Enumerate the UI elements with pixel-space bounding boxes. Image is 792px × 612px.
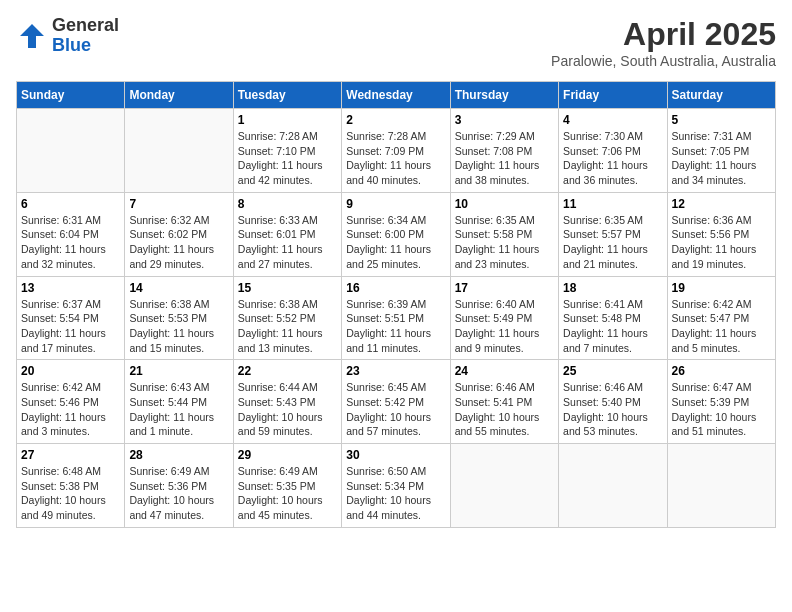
day-number: 7 bbox=[129, 197, 228, 211]
day-header-saturday: Saturday bbox=[667, 82, 775, 109]
day-number: 16 bbox=[346, 281, 445, 295]
day-info: Sunrise: 6:37 AMSunset: 5:54 PMDaylight:… bbox=[21, 297, 120, 356]
day-info: Sunrise: 7:28 AMSunset: 7:09 PMDaylight:… bbox=[346, 129, 445, 188]
calendar-week-row: 13Sunrise: 6:37 AMSunset: 5:54 PMDayligh… bbox=[17, 276, 776, 360]
day-number: 5 bbox=[672, 113, 771, 127]
day-info: Sunrise: 6:42 AMSunset: 5:47 PMDaylight:… bbox=[672, 297, 771, 356]
day-header-wednesday: Wednesday bbox=[342, 82, 450, 109]
calendar-cell: 15Sunrise: 6:38 AMSunset: 5:52 PMDayligh… bbox=[233, 276, 341, 360]
day-number: 9 bbox=[346, 197, 445, 211]
title-block: April 2025 Paralowie, South Australia, A… bbox=[551, 16, 776, 69]
calendar-cell: 5Sunrise: 7:31 AMSunset: 7:05 PMDaylight… bbox=[667, 109, 775, 193]
day-number: 17 bbox=[455, 281, 554, 295]
calendar-cell: 24Sunrise: 6:46 AMSunset: 5:41 PMDayligh… bbox=[450, 360, 558, 444]
day-number: 11 bbox=[563, 197, 662, 211]
day-number: 27 bbox=[21, 448, 120, 462]
day-info: Sunrise: 6:33 AMSunset: 6:01 PMDaylight:… bbox=[238, 213, 337, 272]
day-info: Sunrise: 6:38 AMSunset: 5:53 PMDaylight:… bbox=[129, 297, 228, 356]
calendar-cell: 8Sunrise: 6:33 AMSunset: 6:01 PMDaylight… bbox=[233, 192, 341, 276]
location-text: Paralowie, South Australia, Australia bbox=[551, 53, 776, 69]
calendar-cell: 20Sunrise: 6:42 AMSunset: 5:46 PMDayligh… bbox=[17, 360, 125, 444]
calendar-cell: 10Sunrise: 6:35 AMSunset: 5:58 PMDayligh… bbox=[450, 192, 558, 276]
calendar-cell: 17Sunrise: 6:40 AMSunset: 5:49 PMDayligh… bbox=[450, 276, 558, 360]
calendar-cell: 11Sunrise: 6:35 AMSunset: 5:57 PMDayligh… bbox=[559, 192, 667, 276]
day-info: Sunrise: 6:46 AMSunset: 5:40 PMDaylight:… bbox=[563, 380, 662, 439]
day-header-monday: Monday bbox=[125, 82, 233, 109]
day-info: Sunrise: 6:39 AMSunset: 5:51 PMDaylight:… bbox=[346, 297, 445, 356]
calendar-cell: 13Sunrise: 6:37 AMSunset: 5:54 PMDayligh… bbox=[17, 276, 125, 360]
day-info: Sunrise: 6:42 AMSunset: 5:46 PMDaylight:… bbox=[21, 380, 120, 439]
day-number: 21 bbox=[129, 364, 228, 378]
day-number: 20 bbox=[21, 364, 120, 378]
day-number: 2 bbox=[346, 113, 445, 127]
day-header-sunday: Sunday bbox=[17, 82, 125, 109]
calendar-cell: 9Sunrise: 6:34 AMSunset: 6:00 PMDaylight… bbox=[342, 192, 450, 276]
calendar-week-row: 20Sunrise: 6:42 AMSunset: 5:46 PMDayligh… bbox=[17, 360, 776, 444]
calendar-cell: 1Sunrise: 7:28 AMSunset: 7:10 PMDaylight… bbox=[233, 109, 341, 193]
day-number: 25 bbox=[563, 364, 662, 378]
calendar-cell: 7Sunrise: 6:32 AMSunset: 6:02 PMDaylight… bbox=[125, 192, 233, 276]
day-info: Sunrise: 6:40 AMSunset: 5:49 PMDaylight:… bbox=[455, 297, 554, 356]
calendar-cell: 22Sunrise: 6:44 AMSunset: 5:43 PMDayligh… bbox=[233, 360, 341, 444]
day-info: Sunrise: 7:29 AMSunset: 7:08 PMDaylight:… bbox=[455, 129, 554, 188]
calendar-cell: 23Sunrise: 6:45 AMSunset: 5:42 PMDayligh… bbox=[342, 360, 450, 444]
logo-blue: Blue bbox=[52, 36, 119, 56]
calendar-header-row: SundayMondayTuesdayWednesdayThursdayFrid… bbox=[17, 82, 776, 109]
month-title: April 2025 bbox=[551, 16, 776, 53]
day-info: Sunrise: 6:49 AMSunset: 5:35 PMDaylight:… bbox=[238, 464, 337, 523]
day-number: 24 bbox=[455, 364, 554, 378]
calendar-cell: 12Sunrise: 6:36 AMSunset: 5:56 PMDayligh… bbox=[667, 192, 775, 276]
day-info: Sunrise: 6:31 AMSunset: 6:04 PMDaylight:… bbox=[21, 213, 120, 272]
day-number: 19 bbox=[672, 281, 771, 295]
calendar-cell: 26Sunrise: 6:47 AMSunset: 5:39 PMDayligh… bbox=[667, 360, 775, 444]
day-info: Sunrise: 6:44 AMSunset: 5:43 PMDaylight:… bbox=[238, 380, 337, 439]
day-info: Sunrise: 6:35 AMSunset: 5:58 PMDaylight:… bbox=[455, 213, 554, 272]
day-header-friday: Friday bbox=[559, 82, 667, 109]
day-number: 29 bbox=[238, 448, 337, 462]
day-number: 6 bbox=[21, 197, 120, 211]
calendar-cell: 16Sunrise: 6:39 AMSunset: 5:51 PMDayligh… bbox=[342, 276, 450, 360]
logo: General Blue bbox=[16, 16, 119, 56]
calendar-cell: 4Sunrise: 7:30 AMSunset: 7:06 PMDaylight… bbox=[559, 109, 667, 193]
calendar-cell: 29Sunrise: 6:49 AMSunset: 5:35 PMDayligh… bbox=[233, 444, 341, 528]
calendar-cell: 3Sunrise: 7:29 AMSunset: 7:08 PMDaylight… bbox=[450, 109, 558, 193]
day-info: Sunrise: 6:34 AMSunset: 6:00 PMDaylight:… bbox=[346, 213, 445, 272]
day-header-tuesday: Tuesday bbox=[233, 82, 341, 109]
calendar-cell bbox=[125, 109, 233, 193]
day-info: Sunrise: 6:38 AMSunset: 5:52 PMDaylight:… bbox=[238, 297, 337, 356]
calendar-cell: 25Sunrise: 6:46 AMSunset: 5:40 PMDayligh… bbox=[559, 360, 667, 444]
day-info: Sunrise: 6:36 AMSunset: 5:56 PMDaylight:… bbox=[672, 213, 771, 272]
day-number: 13 bbox=[21, 281, 120, 295]
day-number: 23 bbox=[346, 364, 445, 378]
day-number: 8 bbox=[238, 197, 337, 211]
day-number: 18 bbox=[563, 281, 662, 295]
calendar-cell: 14Sunrise: 6:38 AMSunset: 5:53 PMDayligh… bbox=[125, 276, 233, 360]
day-info: Sunrise: 6:47 AMSunset: 5:39 PMDaylight:… bbox=[672, 380, 771, 439]
day-info: Sunrise: 6:43 AMSunset: 5:44 PMDaylight:… bbox=[129, 380, 228, 439]
day-info: Sunrise: 6:48 AMSunset: 5:38 PMDaylight:… bbox=[21, 464, 120, 523]
calendar-cell: 2Sunrise: 7:28 AMSunset: 7:09 PMDaylight… bbox=[342, 109, 450, 193]
day-number: 1 bbox=[238, 113, 337, 127]
calendar-cell: 6Sunrise: 6:31 AMSunset: 6:04 PMDaylight… bbox=[17, 192, 125, 276]
day-number: 4 bbox=[563, 113, 662, 127]
calendar-cell bbox=[450, 444, 558, 528]
day-info: Sunrise: 7:28 AMSunset: 7:10 PMDaylight:… bbox=[238, 129, 337, 188]
svg-marker-0 bbox=[20, 24, 44, 48]
calendar-cell: 28Sunrise: 6:49 AMSunset: 5:36 PMDayligh… bbox=[125, 444, 233, 528]
day-number: 22 bbox=[238, 364, 337, 378]
day-info: Sunrise: 6:49 AMSunset: 5:36 PMDaylight:… bbox=[129, 464, 228, 523]
logo-text: General Blue bbox=[52, 16, 119, 56]
day-info: Sunrise: 6:35 AMSunset: 5:57 PMDaylight:… bbox=[563, 213, 662, 272]
day-info: Sunrise: 7:31 AMSunset: 7:05 PMDaylight:… bbox=[672, 129, 771, 188]
calendar-week-row: 6Sunrise: 6:31 AMSunset: 6:04 PMDaylight… bbox=[17, 192, 776, 276]
page-header: General Blue April 2025 Paralowie, South… bbox=[16, 16, 776, 69]
day-info: Sunrise: 6:32 AMSunset: 6:02 PMDaylight:… bbox=[129, 213, 228, 272]
day-number: 10 bbox=[455, 197, 554, 211]
day-number: 15 bbox=[238, 281, 337, 295]
day-info: Sunrise: 6:45 AMSunset: 5:42 PMDaylight:… bbox=[346, 380, 445, 439]
day-number: 3 bbox=[455, 113, 554, 127]
calendar-week-row: 1Sunrise: 7:28 AMSunset: 7:10 PMDaylight… bbox=[17, 109, 776, 193]
day-info: Sunrise: 6:50 AMSunset: 5:34 PMDaylight:… bbox=[346, 464, 445, 523]
calendar-cell: 27Sunrise: 6:48 AMSunset: 5:38 PMDayligh… bbox=[17, 444, 125, 528]
logo-icon bbox=[16, 20, 48, 52]
